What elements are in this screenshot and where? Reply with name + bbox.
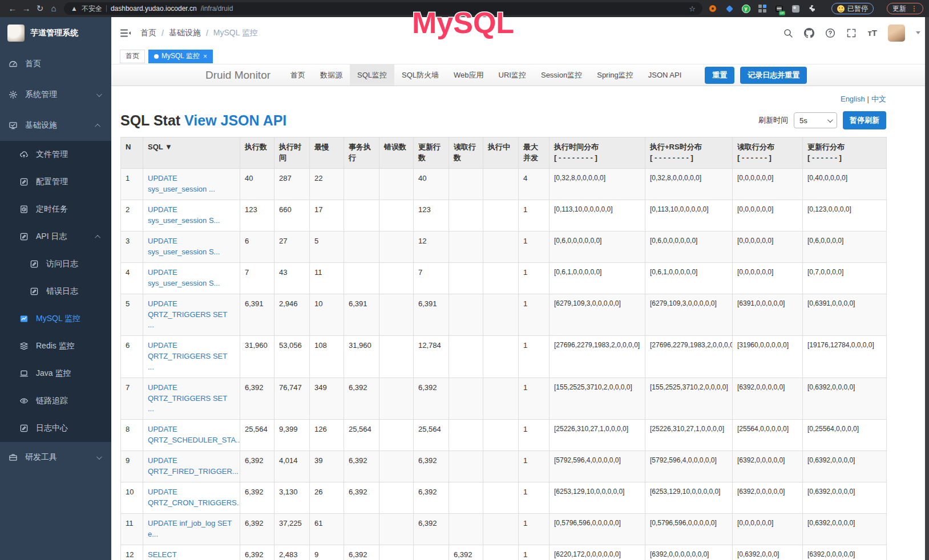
breadcrumb-separator: / — [206, 29, 208, 38]
sql-statement-link[interactable]: UPDATE QRTZ_TRIGGERS SET ... — [148, 299, 227, 330]
sql-statement-link[interactable]: SELECT TRIGGER_STATE — [148, 550, 208, 560]
column-header-最慢[interactable]: 最慢 — [310, 137, 344, 169]
github-icon[interactable] — [804, 28, 814, 38]
sidebar-item-access-log[interactable]: 访问日志 — [0, 250, 111, 278]
druid-nav-item-首页[interactable]: 首页 — [283, 64, 313, 86]
column-header-执行时间分布[interactable]: 执行时间分布[ - - - - - - - - ] — [550, 137, 645, 169]
sql-statement-link[interactable]: UPDATE sys_user_session S... — [148, 237, 220, 256]
sidebar-item-mysql[interactable]: MySQL 监控 — [0, 305, 111, 332]
cell-tx — [344, 168, 379, 200]
column-header-事务执行[interactable]: 事务执行 — [344, 137, 379, 169]
druid-nav-item-Spring监控[interactable]: Spring监控 — [589, 64, 641, 86]
avatar-caret-icon[interactable] — [916, 31, 920, 34]
sidebar-item-home[interactable]: 首页 — [0, 48, 111, 79]
browser-home-icon[interactable]: ⌂ — [47, 0, 60, 17]
browser-update-button[interactable]: 更新 ⋮ — [887, 3, 923, 14]
druid-brand[interactable]: Druid Monitor — [205, 69, 270, 82]
sidebar-item-error-log[interactable]: 错误日志 — [0, 278, 111, 305]
help-icon[interactable] — [825, 28, 835, 38]
tag-首页[interactable]: 首页 — [120, 50, 145, 63]
hamburger-icon[interactable] — [120, 27, 131, 39]
sql-statement-link[interactable]: UPDATE QRTZ_CRON_TRIGGERS... — [148, 488, 240, 507]
lang-english-link[interactable]: English — [841, 95, 865, 103]
fullscreen-icon[interactable] — [846, 28, 857, 38]
sidebar-item-trace[interactable]: 链路追踪 — [0, 387, 111, 415]
user-avatar[interactable] — [888, 25, 905, 42]
druid-nav-item-Session监控[interactable]: Session监控 — [534, 64, 589, 86]
druid-nav-item-SQL防火墙[interactable]: SQL防火墙 — [394, 64, 446, 86]
pause-refresh-button[interactable]: 暂停刷新 — [843, 111, 886, 129]
sql-statement-link[interactable]: UPDATE inf_job_log SET e... — [148, 519, 232, 538]
cell-exec: 7 — [240, 262, 274, 294]
sql-statement-link[interactable]: UPDATE QRTZ_FIRED_TRIGGER... — [148, 456, 239, 476]
sql-statement-link[interactable]: UPDATE sys_user_session S... — [148, 205, 220, 225]
sql-statement-link[interactable]: UPDATE QRTZ_TRIGGERS SET ... — [148, 341, 227, 371]
cell-slow: 126 — [310, 420, 344, 451]
sidebar-item-api-log[interactable]: API 日志 — [0, 223, 111, 250]
tags-view: 首页MySQL 监控× — [111, 48, 929, 64]
extension-y-icon[interactable]: y — [741, 4, 750, 13]
sidebar-item-redis[interactable]: Redis 监控 — [0, 332, 111, 360]
column-header-读取行分布[interactable]: 读取行分布[ - - - - - - ] — [733, 137, 803, 169]
sidebar-item-log-center[interactable]: 日志中心 — [0, 415, 111, 442]
druid-nav-item-JSON API[interactable]: JSON API — [641, 64, 689, 86]
breadcrumb-home[interactable]: 首页 — [140, 28, 156, 38]
tag-MySQL 监控[interactable]: MySQL 监控× — [148, 50, 213, 63]
browser-reload-icon[interactable]: ↻ — [33, 0, 47, 17]
address-bar[interactable]: ▲ 不安全 dashboard.yudao.iocoder.cn/infra/d… — [64, 2, 702, 15]
sql-statement-link[interactable]: UPDATE sys_user_session ... — [148, 174, 215, 193]
sidebar-item-system[interactable]: 系统管理 — [0, 79, 111, 110]
search-icon[interactable] — [783, 28, 793, 38]
browser-back-icon[interactable]: ← — [6, 0, 19, 17]
extension-donut-icon[interactable] — [708, 4, 717, 13]
browser-forward-icon[interactable]: → — [19, 0, 33, 17]
cell-run — [483, 451, 519, 482]
sidebar-item-dev-tool[interactable]: 研发工具 — [0, 442, 111, 473]
column-header-最大并发[interactable]: 最大并发 — [519, 137, 550, 169]
view-json-api-link[interactable]: View JSON API — [184, 112, 286, 128]
sidebar-item-config[interactable]: 配置管理 — [0, 168, 111, 196]
cell-n: 10 — [121, 482, 143, 514]
column-header-更新行数[interactable]: 更新行数 — [414, 137, 449, 169]
reset-button[interactable]: 重置 — [705, 67, 734, 84]
lang-chinese-link[interactable]: 中文 — [871, 95, 886, 103]
column-header-读取行数[interactable]: 读取行数 — [449, 137, 483, 169]
kebab-menu-icon[interactable]: ⋮ — [911, 5, 918, 13]
extension-translate-icon[interactable] — [791, 4, 800, 13]
refresh-interval-select[interactable]: 5s — [794, 112, 837, 128]
cell-err — [379, 168, 414, 200]
druid-nav-item-SQL监控[interactable]: SQL监控 — [350, 64, 394, 86]
breadcrumb-infra[interactable]: 基础设施 — [169, 28, 201, 38]
sql-statement-link[interactable]: UPDATE QRTZ_TRIGGERS SET ... — [148, 383, 227, 413]
column-header-执行时间[interactable]: 执行时间 — [274, 137, 310, 169]
druid-navbar: Druid Monitor 首页数据源SQL监控SQL防火墙Web应用URI监控… — [111, 64, 929, 86]
column-header-N[interactable]: N — [121, 137, 143, 169]
column-header-label: 读取行分布 — [737, 142, 798, 153]
paused-extension-badge[interactable]: 已暂停 — [831, 3, 874, 14]
column-header-执行+RS时分布[interactable]: 执行+RS时分布[ - - - - - - - - ] — [645, 137, 733, 169]
column-header-错误数[interactable]: 错误数 — [379, 137, 414, 169]
sidebar-logo-row[interactable]: 芋道管理系统 — [0, 17, 111, 48]
sidebar-item-file[interactable]: 文件管理 — [0, 141, 111, 168]
sidebar-item-job[interactable]: 定时任务 — [0, 196, 111, 223]
druid-nav-item-数据源[interactable]: 数据源 — [313, 64, 350, 86]
druid-nav-item-Web应用[interactable]: Web应用 — [446, 64, 491, 86]
sidebar-item-infra[interactable]: 基础设施 — [0, 110, 111, 141]
log-and-reset-button[interactable]: 记录日志并重置 — [740, 67, 807, 84]
bookmark-star-icon[interactable]: ☆ — [689, 5, 696, 13]
column-header-执行数[interactable]: 执行数 — [240, 137, 274, 169]
sql-statement-link[interactable]: UPDATE sys_user_session S... — [148, 268, 220, 287]
extension-grid-icon[interactable] — [758, 4, 767, 13]
extension-gem-icon[interactable] — [725, 4, 734, 13]
column-header-SQL ▼[interactable]: SQL ▼ — [143, 137, 240, 169]
extension-list-icon[interactable]: on — [774, 4, 783, 13]
column-header-更新行分布[interactable]: 更新行分布[ - - - - - - ] — [803, 137, 887, 169]
sql-statement-link[interactable]: UPDATE QRTZ_SCHEDULER_STA... — [148, 425, 240, 444]
window-scrollbar[interactable] — [925, 17, 929, 560]
sidebar-item-java[interactable]: Java 监控 — [0, 360, 111, 387]
tag-close-icon[interactable]: × — [203, 52, 207, 60]
druid-nav-item-URI监控[interactable]: URI监控 — [491, 64, 534, 86]
column-header-执行中[interactable]: 执行中 — [483, 137, 519, 169]
font-size-icon[interactable]: тT — [867, 28, 877, 38]
extensions-puzzle-icon[interactable] — [807, 4, 817, 13]
